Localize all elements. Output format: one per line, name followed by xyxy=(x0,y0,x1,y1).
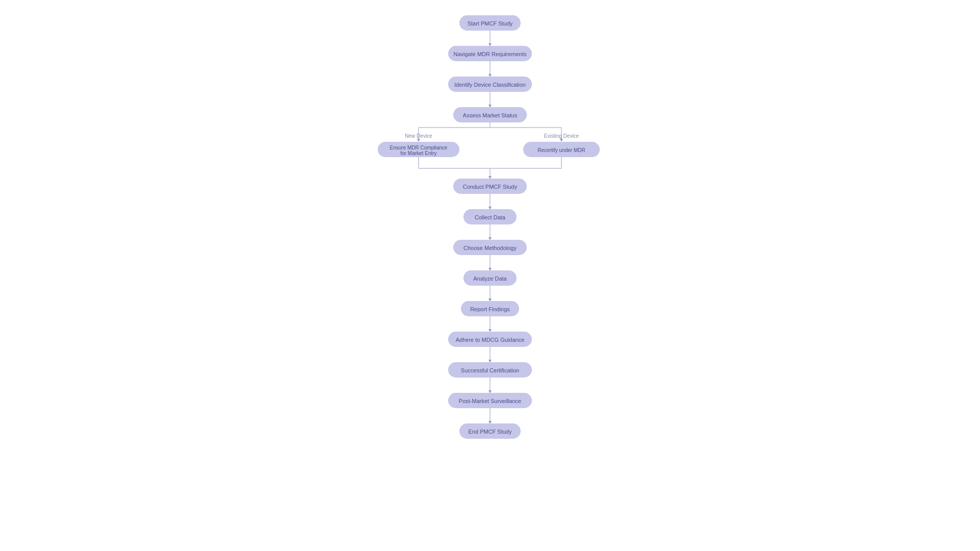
svg-text:Existing Device: Existing Device xyxy=(544,133,579,139)
svg-text:for Market Entry: for Market Entry xyxy=(400,151,436,156)
svg-text:Recertify under MDR: Recertify under MDR xyxy=(537,147,585,153)
svg-text:Assess Market Status: Assess Market Status xyxy=(463,112,518,118)
svg-text:Adhere to MDCG Guidance: Adhere to MDCG Guidance xyxy=(456,337,525,343)
svg-text:Post-Market Surveillance: Post-Market Surveillance xyxy=(459,398,521,404)
svg-text:New Device: New Device xyxy=(405,133,432,139)
svg-text:Identify Device Classification: Identify Device Classification xyxy=(454,82,526,88)
flowchart-container: Start PMCF Study Navigate MDR Requiremen… xyxy=(337,0,643,551)
svg-text:Collect Data: Collect Data xyxy=(475,214,506,220)
svg-text:Analyze Data: Analyze Data xyxy=(473,276,507,282)
flowchart-svg: Start PMCF Study Navigate MDR Requiremen… xyxy=(337,10,643,551)
svg-text:Ensure MDR Compliance: Ensure MDR Compliance xyxy=(390,145,448,151)
svg-text:Conduct PMCF Study: Conduct PMCF Study xyxy=(463,184,518,190)
svg-text:Navigate MDR Requirements: Navigate MDR Requirements xyxy=(453,51,527,57)
svg-text:Report Findings: Report Findings xyxy=(470,306,510,312)
svg-text:Successful Certification: Successful Certification xyxy=(461,367,519,373)
svg-text:End PMCF Study: End PMCF Study xyxy=(469,429,512,435)
svg-text:Start PMCF Study: Start PMCF Study xyxy=(468,20,513,27)
svg-text:Choose Methodology: Choose Methodology xyxy=(463,245,517,251)
